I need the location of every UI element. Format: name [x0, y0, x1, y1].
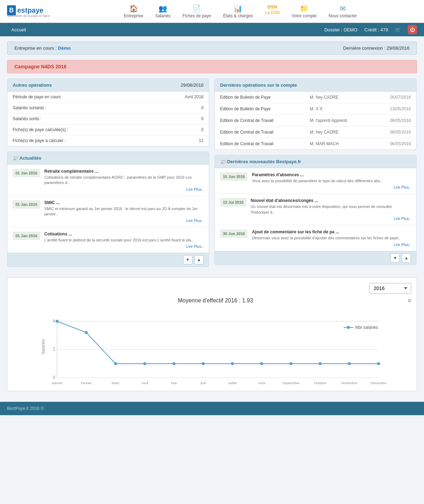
chart-month-label: Octobre: [314, 381, 326, 385]
dernieres-operations-body: Edition de Bulletin de PayeM. hey CADRE2…: [215, 92, 416, 149]
nouveaute-item: 30 Jun 2016 Ajout de commentaire sur les…: [215, 225, 416, 251]
nouveautes-nav-arrows: ▼ ▲: [215, 251, 416, 265]
operations-table: Période de paye en coursAvril 2016Salari…: [7, 92, 209, 146]
main-nav: 🏠 Entreprise 👥 Salariés 📄 Fiches de paye…: [64, 2, 417, 20]
nouveaute-text: Vous avez la possibilité de paramétrer l…: [252, 178, 411, 184]
nouveautes-header: 📰 Dernières nouveautés Bestpaye.fr: [215, 155, 416, 168]
recent-action: Edition de Contrat de Travail: [215, 127, 305, 138]
chart-data-point: [114, 362, 117, 365]
dernieres-operations-panel: Dernières opérations sur le compte Editi…: [214, 79, 417, 150]
nav-contact[interactable]: ✉ Nous contacter: [324, 2, 361, 20]
news-item: 01 Jan 2016 Retraite complémentaire ... …: [7, 165, 209, 196]
news-item: 01 Jan 2016 SMIC ... SMIC et minimum gar…: [7, 196, 209, 227]
dsn-icon: DSN: [267, 4, 277, 10]
chart-data-point: [377, 362, 380, 365]
svg-text:0: 0: [53, 375, 55, 380]
news-date: 01 Jan 2016: [13, 169, 40, 177]
mail-icon: ✉: [340, 4, 346, 13]
breadcrumb[interactable]: Accueil: [7, 25, 32, 35]
year-select[interactable]: 2016 2015 2014: [369, 283, 411, 294]
nouveaute-text: Un nouvel état est désormais mis à votre…: [251, 204, 411, 215]
last-login: Dernière connexion : 29/08/2016: [343, 45, 410, 51]
chart-icon: 📊: [233, 4, 242, 13]
nouveaute-date: 13 Jul 2016: [220, 198, 247, 207]
recent-row: Edition de Contrat de TravailM. l'aprent…: [215, 115, 416, 127]
operation-value: 0: [147, 103, 209, 113]
nav-votre-compte[interactable]: 📁 Votre compte: [287, 2, 321, 20]
recent-who: M. l'aprenti Apprenti: [305, 115, 372, 127]
news-read-more[interactable]: Lire Plus..: [44, 219, 204, 223]
news-title: Cotisations ...: [44, 232, 204, 236]
news-text: SMIC et minimum garanti au 1er janvier 2…: [44, 206, 204, 217]
nouveaute-read-more[interactable]: Lire Plus..: [252, 185, 411, 189]
recent-row: Edition de Bulletin de PayeM. hey CADRE2…: [215, 92, 416, 103]
recent-row: Edition de Bulletin de PayeM. X X13/05/2…: [215, 103, 416, 115]
recent-action: Edition de Contrat de Travail: [215, 115, 305, 127]
nav-etats[interactable]: 📊 États & charges: [219, 2, 257, 20]
operation-value: 0: [147, 124, 209, 135]
folder-icon: 📁: [300, 4, 308, 13]
campagne-banner: Campagne N4DS 2016: [7, 60, 417, 73]
company-bar: Entreprise en cours : Démo Dernière conn…: [7, 42, 417, 55]
document-icon: 📄: [192, 4, 201, 13]
nouveautes-prev-button[interactable]: ▼: [391, 253, 400, 263]
chart-section: 2016 2015 2014 Moyenne d'effectif 2016 :…: [7, 277, 417, 391]
operation-row: Fiche(s) de paye calculée(s) :0: [7, 124, 209, 135]
recent-date: 06/05/2016: [372, 138, 416, 150]
nav-dsn[interactable]: DSN La DSN: [261, 2, 284, 20]
svg-text:Salariés: Salariés: [41, 339, 46, 355]
nav-entreprise[interactable]: 🏠 Entreprise: [120, 2, 148, 20]
header: B estpaye Spécialiste de la paye en lign…: [0, 0, 424, 23]
chart-month-label: Mars: [112, 381, 119, 385]
logo: B estpaye Spécialiste de la paye en lign…: [7, 5, 50, 18]
nouveaute-date: 30 Jun 2016: [220, 229, 248, 238]
operation-row: Fiche(s) de paye à calculer :11: [7, 135, 209, 146]
recent-date: 26/07/2016: [372, 92, 416, 103]
chart-data-point: [202, 362, 205, 365]
home-icon: 🏠: [129, 4, 138, 13]
recent-date: 13/05/2016: [372, 103, 416, 115]
nav-salaries[interactable]: 👥 Salariés: [151, 2, 175, 20]
nav-fiches[interactable]: 📄 Fiches de paye: [178, 2, 215, 20]
svg-text:4: 4: [53, 319, 55, 324]
news-text: L'arrêté fixant le plafond de la sécurit…: [44, 238, 204, 243]
breadcrumb-right: Dossier : DEMO Crédit : 479 🛒 ⏻: [324, 25, 417, 34]
chart-menu-icon[interactable]: ≡: [407, 297, 411, 305]
news-content: Cotisations ... L'arrêté fixant le plafo…: [44, 232, 204, 248]
chart-month-label: Décembre: [370, 381, 387, 385]
chart-data-point: [56, 320, 59, 323]
recent-who: M. hey CADRE: [305, 92, 372, 103]
nouveaute-title: Ajout de commentaire sur les fiche de pa…: [252, 229, 411, 234]
nouveaute-content: Nouvel état d'absences/congés ... Un nou…: [251, 198, 411, 221]
nouveautes-next-button[interactable]: ▲: [402, 253, 411, 263]
col-right: Dernières opérations sur le compte Editi…: [214, 79, 417, 272]
nouveaute-item: 13 Jul 2016 Nouvel état d'absences/congé…: [215, 194, 416, 225]
chart-data-point: [85, 331, 88, 334]
news-content: SMIC ... SMIC et minimum garanti au 1er …: [44, 200, 204, 223]
autres-operations-header: Autres opérations 29/08/2016: [7, 79, 209, 92]
chart-data-point: [319, 362, 322, 365]
actualites-next-button[interactable]: ▲: [194, 255, 204, 264]
logo-subtitle: Spécialiste de la paye en ligne: [7, 14, 50, 18]
company-info: Entreprise en cours : Démo: [14, 45, 71, 51]
news-icon: 📰: [13, 155, 18, 161]
nouveaute-read-more[interactable]: Lire Plus..: [251, 216, 411, 221]
nouveaute-read-more[interactable]: Lire Plus..: [252, 242, 411, 247]
credit-label: Crédit : 479: [364, 27, 388, 32]
actualites-panel: 📰 Actualités 01 Jan 2016 Retraite complé…: [7, 152, 209, 267]
news2-icon: 📰: [220, 159, 226, 164]
operation-label: Salariés sortants :: [7, 103, 147, 113]
actualites-prev-button[interactable]: ▼: [183, 255, 192, 264]
recent-action: Edition de Bulletin de Paye: [215, 92, 305, 103]
recent-row: Edition de Contrat de TravailM. MAR MACH…: [215, 138, 416, 150]
footer-text: BestPaye.fr 2016 ©.: [7, 406, 45, 411]
news-read-more[interactable]: Lire Plus..: [44, 187, 204, 191]
nouveaute-text: Désormais vous avez la possibilité d'ajo…: [252, 235, 411, 241]
power-button[interactable]: ⏻: [408, 25, 417, 34]
recent-operations-table: Edition de Bulletin de PayeM. hey CADRE2…: [215, 92, 416, 149]
operation-label: Fiche(s) de paye calculée(s) :: [7, 124, 147, 135]
news-read-more[interactable]: Lire Plus..: [44, 244, 204, 248]
svg-text:Nbr salaries: Nbr salaries: [355, 325, 378, 330]
actualites-body: 01 Jan 2016 Retraite complémentaire ... …: [7, 165, 209, 253]
chart-month-label: Septembre: [282, 381, 300, 385]
